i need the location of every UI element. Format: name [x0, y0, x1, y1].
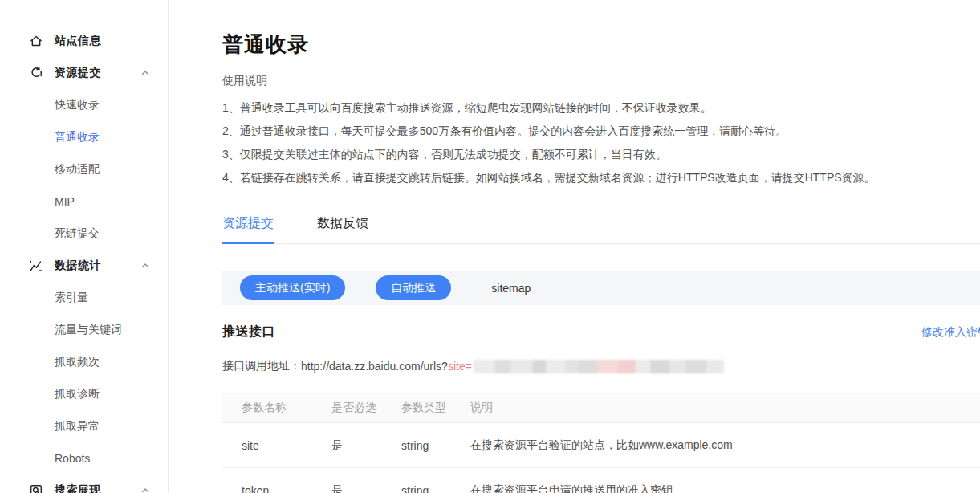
sidebar-item-dead-link-submit[interactable]: 死链提交: [0, 218, 168, 250]
table-header-cell: 说明: [470, 401, 980, 415]
redacted-site-value: [474, 360, 724, 373]
sidebar-item-robots[interactable]: Robots: [0, 442, 168, 475]
sidebar-item-traffic-keywords[interactable]: 流量与关键词: [0, 314, 168, 346]
param-desc-cell: 在搜索资源平台申请的推送用的准入密钥: [470, 483, 980, 493]
sidebar-item-mobile-adaptation[interactable]: 移动适配: [0, 153, 168, 185]
tab-data-feedback[interactable]: 数据反馈: [317, 215, 368, 244]
sidebar-item-mip[interactable]: MIP: [0, 185, 168, 218]
usage-instructions-list: 1、普通收录工具可以向百度搜索主动推送资源，缩短爬虫发现网站链接的时间，不保证收…: [222, 96, 980, 189]
param-name-cell: token: [242, 484, 331, 493]
tab-resource-submit[interactable]: 资源提交: [222, 215, 274, 244]
push-api-header-row: 推送接口 修改准入密钥: [222, 324, 980, 341]
param-type-cell: string: [401, 484, 470, 493]
push-api-heading: 推送接口: [222, 324, 275, 338]
page-title: 普通收录: [222, 31, 980, 58]
param-desc-cell: 在搜索资源平台验证的站点，比如www.example.com: [470, 438, 980, 453]
main-content: 普通收录 使用说明 1、普通收录工具可以向百度搜索主动推送资源，缩短爬虫发现网站…: [169, 0, 980, 493]
usage-instructions-title: 使用说明: [222, 74, 980, 88]
sidebar-item-crawl-frequency[interactable]: 抓取频次: [0, 346, 168, 378]
sidebar-item-crawl-errors[interactable]: 抓取异常: [0, 410, 168, 442]
api-address-label: 接口调用地址：: [222, 359, 301, 373]
home-icon: [28, 33, 44, 49]
sidebar-label: 抓取诊断: [55, 387, 100, 401]
table-row: token 是 string 在搜索资源平台申请的推送用的准入密钥: [222, 468, 980, 493]
chevron-up-icon: [140, 68, 150, 78]
sitemap-option[interactable]: sitemap: [491, 282, 531, 295]
sidebar-item-fast-inclusion[interactable]: 快速收录: [0, 89, 168, 121]
instruction-line: 3、仅限提交关联过主体的站点下的内容，否则无法成功提交，配额不可累计，当日有效。: [222, 143, 980, 166]
sidebar-item-data-statistics[interactable]: 数据统计: [0, 250, 168, 282]
push-method-toolbar: 主动推送(实时) 自动推送 sitemap: [222, 271, 980, 305]
sidebar-label: 站点信息: [55, 34, 101, 48]
sidebar-label: 搜索展现: [55, 483, 101, 493]
sidebar-item-search-display[interactable]: 搜索展现: [0, 475, 168, 493]
api-url-base: http://data.zz.baidu.com/urls?: [301, 360, 448, 373]
param-required-cell: 是: [331, 483, 401, 493]
tab-bar: 资源提交 数据反馈: [222, 215, 980, 244]
table-header-cell: 参数类型: [401, 401, 470, 415]
modify-access-key-link[interactable]: 修改准入密钥: [921, 325, 980, 340]
table-header-cell: 是否必选: [331, 401, 401, 415]
app-window: 站点信息 资源提交 快速收录 普通收录 移动适配: [0, 0, 980, 493]
api-params-table: 参数名称 是否必选 参数类型 说明 site 是 string 在搜索资源平台验…: [222, 393, 980, 493]
sidebar-label: 快速收录: [55, 98, 100, 112]
data-stats-icon: [28, 258, 44, 274]
sidebar-label: 数据统计: [55, 259, 101, 273]
api-url-site-param: site=: [448, 360, 472, 373]
sidebar-label: 流量与关键词: [55, 323, 122, 337]
resource-submit-icon: [28, 65, 44, 81]
sidebar-item-site-info[interactable]: 站点信息: [0, 25, 168, 57]
sidebar-item-crawl-diagnosis[interactable]: 抓取诊断: [0, 378, 168, 410]
auto-push-button[interactable]: 自动推送: [376, 275, 451, 300]
instruction-line: 2、通过普通收录接口，每天可提交最多500万条有价值内容。提交的内容会进入百度搜…: [222, 120, 980, 143]
sidebar-label: 抓取频次: [55, 355, 100, 369]
chevron-up-icon: [140, 486, 150, 493]
param-type-cell: string: [401, 439, 470, 452]
sidebar-item-index-volume[interactable]: 索引量: [0, 282, 168, 314]
sidebar: 站点信息 资源提交 快速收录 普通收录 移动适配: [0, 0, 169, 493]
sidebar-label: 死链提交: [55, 226, 100, 241]
sidebar-label: Robots: [55, 452, 90, 465]
sidebar-item-normal-inclusion[interactable]: 普通收录: [0, 121, 168, 153]
sidebar-label: MIP: [55, 195, 75, 208]
param-name-cell: site: [242, 439, 331, 452]
sidebar-label: 普通收录: [55, 130, 100, 145]
active-push-realtime-button[interactable]: 主动推送(实时): [240, 275, 345, 300]
table-row: site 是 string 在搜索资源平台验证的站点，比如www.example…: [222, 423, 980, 468]
search-display-icon: [28, 483, 44, 493]
table-header-cell: 参数名称: [242, 401, 331, 415]
table-header-row: 参数名称 是否必选 参数类型 说明: [222, 393, 980, 423]
sidebar-label: 资源提交: [55, 66, 101, 80]
sidebar-item-resource-submit[interactable]: 资源提交: [0, 57, 168, 89]
sidebar-label: 移动适配: [55, 162, 100, 177]
sidebar-label: 抓取异常: [55, 419, 100, 434]
api-address-row: 接口调用地址： http://data.zz.baidu.com/urls?si…: [222, 359, 980, 373]
chevron-up-icon: [140, 261, 150, 271]
instruction-line: 1、普通收录工具可以向百度搜索主动推送资源，缩短爬虫发现网站链接的时间，不保证收…: [222, 96, 980, 120]
instruction-line: 4、若链接存在跳转关系，请直接提交跳转后链接。如网站换域名，需提交新域名资源；进…: [222, 166, 980, 189]
sidebar-label: 索引量: [55, 291, 88, 305]
param-required-cell: 是: [331, 438, 401, 453]
